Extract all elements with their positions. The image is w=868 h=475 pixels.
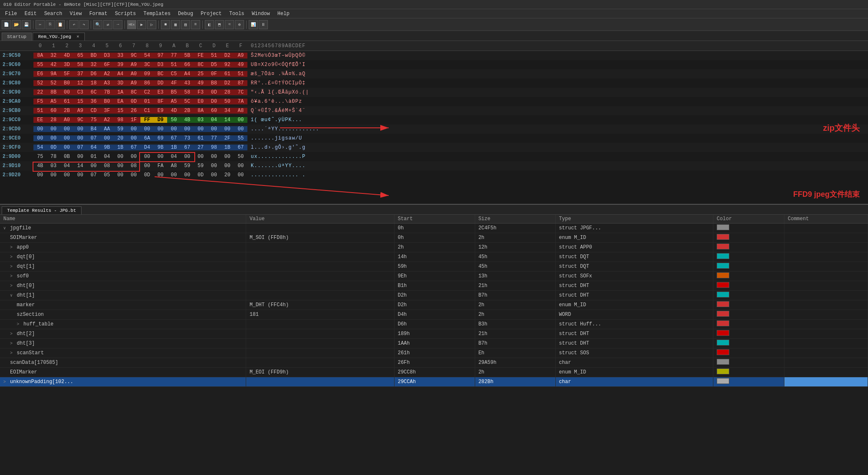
toolbar-undo[interactable]: ↶ <box>69 20 79 29</box>
hex-cell[interactable]: D3 <box>100 53 114 58</box>
hex-cell[interactable]: 7B <box>100 89 114 95</box>
hex-cell[interactable]: A8 <box>234 108 247 114</box>
hex-cell[interactable]: 00 <box>127 126 140 132</box>
table-row[interactable]: markerM_DHT (FFC4h)D2h2henum M_ID <box>0 300 868 310</box>
hex-cell[interactable]: FF <box>140 117 154 123</box>
hex-cell[interactable]: 14 <box>221 117 234 123</box>
hex-cell[interactable]: 00 <box>100 135 114 141</box>
table-row[interactable]: EOIMarkerM_EOI (FFD9h)29CC8h2henum M_ID <box>0 368 868 377</box>
hex-cell[interactable]: A9 <box>127 80 140 86</box>
toolbar-open[interactable]: 📂 <box>12 20 21 29</box>
hex-cell[interactable]: 12 <box>74 80 87 86</box>
hex-cell[interactable]: B5 <box>167 89 181 95</box>
menu-edit[interactable]: Edit <box>21 10 40 18</box>
hex-cell[interactable]: 04 <box>60 163 74 169</box>
toolbar-paste[interactable]: 📋 <box>56 20 65 29</box>
menu-project[interactable]: Project <box>197 10 225 18</box>
hex-cell[interactable]: 59 <box>194 163 207 169</box>
toolbar-b3[interactable]: ▤ <box>181 20 190 29</box>
hex-cell[interactable]: 4B <box>33 163 47 169</box>
menu-help[interactable]: Help <box>274 10 293 18</box>
hex-cell[interactable]: 54 <box>33 145 47 150</box>
hex-cell[interactable]: AA <box>100 126 114 132</box>
hex-cell[interactable]: 67 <box>181 145 194 150</box>
hex-cell[interactable]: 00 <box>234 126 247 132</box>
hex-cell[interactable]: 87 <box>234 80 247 86</box>
hex-row[interactable]: 2:9D2000000000070500000D0000000D002000..… <box>0 170 868 180</box>
hex-cell[interactable]: 75 <box>87 117 100 123</box>
hex-cell[interactable]: 58 <box>74 62 87 68</box>
hex-cell[interactable]: 08 <box>127 163 140 169</box>
hex-cell[interactable]: 61 <box>221 71 234 77</box>
hex-cell[interactable]: 00 <box>87 163 100 169</box>
hex-row[interactable]: 2:9C70E69A5F37D6A2A4A009BCC5A4250F6151æš… <box>0 69 868 79</box>
hex-cell[interactable]: 7A <box>234 99 247 104</box>
hex-cell[interactable]: 8B <box>47 89 60 95</box>
hex-cell[interactable]: 0B <box>60 154 74 160</box>
hex-cell[interactable]: 73 <box>181 135 194 141</box>
hex-cell[interactable]: 2B <box>60 108 74 114</box>
toolbar-b8[interactable]: ⊕ <box>235 20 244 29</box>
hex-cell[interactable]: 00 <box>181 172 194 178</box>
hex-cell[interactable]: 3C <box>140 62 154 68</box>
hex-row[interactable]: 2:9CB051602BA9CD3F1526C1E94D2B8A6034A8Q`… <box>0 106 868 115</box>
hex-row[interactable]: 2:9CE000000000070020006A69677361772F55..… <box>0 134 868 143</box>
hex-cell[interactable]: F5 <box>33 99 47 104</box>
hex-cell[interactable]: 07 <box>87 172 100 178</box>
hex-cell[interactable]: 9A <box>47 71 60 77</box>
hex-cell[interactable]: 00 <box>140 163 154 169</box>
hex-cell[interactable]: 3D <box>114 80 127 86</box>
hex-cell[interactable]: 42 <box>47 62 60 68</box>
toolbar-hex[interactable]: HEx <box>127 20 136 29</box>
hex-cell[interactable]: 51 <box>33 108 47 114</box>
hex-cell[interactable]: A0 <box>60 117 74 123</box>
hex-cell[interactable]: 00 <box>221 163 234 169</box>
hex-cell[interactable]: 0F <box>207 71 221 77</box>
hex-cell[interactable]: B4 <box>87 126 100 132</box>
toolbar-cut[interactable]: ✂ <box>36 20 45 29</box>
hex-cell[interactable]: 01 <box>87 154 100 160</box>
hex-row[interactable]: 2:9D0075780B00010400000000040000000050ux… <box>0 152 868 161</box>
hex-cell[interactable]: 09 <box>140 71 154 77</box>
hex-cell[interactable]: 00 <box>234 172 247 178</box>
hex-cell[interactable]: 34 <box>221 108 234 114</box>
hex-cell[interactable]: 8F <box>154 99 167 104</box>
toolbar-redo[interactable]: ↷ <box>79 20 89 29</box>
table-row[interactable]: ∨ dht[1]D2hB7hstruct DHT <box>0 291 868 300</box>
tab-close-icon[interactable]: × <box>76 34 79 39</box>
hex-cell[interactable]: 58 <box>181 89 194 95</box>
hex-cell[interactable]: 00 <box>74 154 87 160</box>
hex-cell[interactable]: 32 <box>87 62 100 68</box>
menu-tools[interactable]: Tools <box>226 10 248 18</box>
hex-cell[interactable]: 07 <box>74 145 87 150</box>
hex-cell[interactable]: 55 <box>33 62 47 68</box>
hex-cell[interactable]: 67 <box>167 135 181 141</box>
hex-cell[interactable]: D3 <box>154 62 167 68</box>
hex-cell[interactable]: A4 <box>181 71 194 77</box>
hex-cell[interactable]: 8C <box>194 62 207 68</box>
hex-cell[interactable]: 0D <box>47 145 60 150</box>
hex-cell[interactable]: A3 <box>100 80 114 86</box>
hex-cell[interactable]: 60 <box>47 108 60 114</box>
table-row[interactable]: SOIMarkerM_SOI (FFD8h)0h2henum M_ID <box>0 233 868 243</box>
hex-cell[interactable]: 51 <box>167 62 181 68</box>
hex-cell[interactable]: 07 <box>87 135 100 141</box>
hex-cell[interactable]: 15 <box>74 99 87 104</box>
hex-cell[interactable]: 1B <box>114 145 127 150</box>
hex-cell[interactable]: 0D <box>194 172 207 178</box>
hex-cell[interactable]: 39 <box>114 62 127 68</box>
hex-cell[interactable]: B0 <box>60 80 74 86</box>
hex-cell[interactable]: 97 <box>154 53 167 58</box>
hex-cell[interactable]: C1 <box>140 108 154 114</box>
menu-format[interactable]: Format <box>86 10 111 18</box>
hex-cell[interactable]: 00 <box>60 172 74 178</box>
hex-cell[interactable]: 65 <box>74 53 87 58</box>
hex-cell[interactable]: 03 <box>47 163 60 169</box>
hex-cell[interactable]: CD <box>87 108 100 114</box>
hex-cell[interactable]: 9B <box>154 145 167 150</box>
toolbar-b6[interactable]: ⬒ <box>215 20 224 29</box>
hex-cell[interactable]: 5C <box>181 99 194 104</box>
hex-cell[interactable]: 00 <box>234 163 247 169</box>
hex-cell[interactable]: 1F <box>127 117 140 123</box>
hex-cell[interactable]: 67 <box>127 145 140 150</box>
